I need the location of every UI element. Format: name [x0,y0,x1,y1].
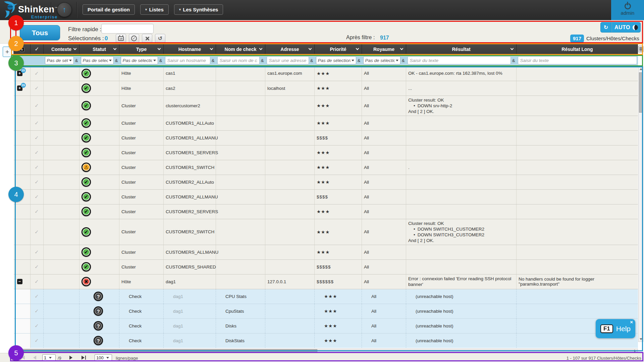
horizontal-scroll-thumb[interactable] [20,349,317,353]
cell-select[interactable] [31,145,44,160]
row-check-icon[interactable] [35,149,39,155]
cell-select[interactable] [31,219,44,245]
table-row[interactable]: ClusterCUSTOMER2_ALLAuto★★★All [14,175,638,189]
row-check-icon[interactable] [35,164,39,170]
row-check-icon[interactable] [35,249,39,255]
expand-all-icon[interactable] [20,47,24,52]
vertical-scroll-thumb[interactable] [639,72,643,113]
page-select[interactable]: 1 [42,354,56,361]
cell-select[interactable] [31,289,44,304]
cell-select[interactable] [31,96,44,116]
horizontal-scrollbar[interactable] [15,349,638,353]
sort-chevron-icon[interactable] [511,47,514,50]
col-header-check[interactable] [31,44,44,55]
table-row[interactable]: Checkdag1DiskStats★★★All(unreachable hos… [14,333,638,348]
cell-select[interactable] [31,81,44,96]
tous-button[interactable]: Tous [20,25,60,40]
row-check-icon[interactable] [35,103,39,108]
scroll-up-arrow-icon[interactable] [640,68,642,70]
cell-select[interactable] [31,245,44,259]
cell-select[interactable] [31,204,44,219]
filter-input-adresse[interactable] [267,56,309,64]
filter-select-statut[interactable]: Pas de sélection [81,56,114,64]
row-check-icon[interactable] [35,229,39,235]
sort-chevron-icon[interactable] [158,47,161,50]
table-row[interactable]: Checkdag1CpuStats★★★All(unreachable host… [14,304,638,318]
table-row[interactable]: Clusterclustercustomer2★★★AllCluster res… [14,96,638,116]
row-check-icon[interactable] [35,279,39,284]
cell-select[interactable] [31,259,44,274]
col-header-hostname[interactable]: Hostname [164,44,216,55]
table-row[interactable]: ClusterCUSTOMER1_SWITCH★★★All. [14,160,638,175]
cell-select[interactable] [31,318,44,333]
table-row[interactable]: ClusterCUSTOMER1_ALLMANU$$$$All [14,130,638,145]
table-row[interactable]: ClusterCUSTOMER1_SERVERS★★★All [14,145,638,160]
cell-select[interactable] [31,189,44,204]
cell-select[interactable] [31,274,44,289]
filter-select-priorite[interactable]: Pas de sélection [316,56,356,64]
row-check-icon[interactable] [35,293,39,299]
reset-button[interactable] [155,34,165,43]
admin-menu-button[interactable]: admin [611,0,644,20]
cell-select[interactable] [31,130,44,145]
row-check-icon[interactable] [35,323,39,328]
filter-input-check_name[interactable] [217,56,260,64]
row-check-icon[interactable] [35,208,39,214]
col-header-adresse[interactable]: Adresse [265,44,315,55]
collapse-row-icon[interactable]: − [17,279,22,284]
cell-select[interactable] [31,333,44,348]
col-header-statut[interactable]: Statut [79,44,119,55]
next-page-button[interactable] [66,354,76,361]
close-icon[interactable]: × [630,319,633,325]
nav-listes[interactable]: ▾Listes [140,4,169,15]
filter-input-resultat_long[interactable] [518,56,637,64]
filter-input-hostname[interactable] [165,56,210,64]
row-check-icon[interactable] [35,120,39,126]
scroll-top-button[interactable] [57,2,72,17]
nav-les-syntheses[interactable]: ▾Les Synthèses [174,4,223,15]
table-row[interactable]: +15Hôtecas1cas1.europe.com★★★AllOK - cas… [14,66,638,81]
sort-chevron-icon[interactable] [309,47,312,50]
scroll-right-arrow-icon[interactable] [634,350,636,352]
cell-select[interactable] [31,116,44,130]
select-all-icon[interactable] [35,47,39,52]
row-check-icon[interactable] [35,308,39,314]
sort-chevron-icon[interactable] [73,47,77,50]
help-widget[interactable]: F1 Help × [596,319,635,338]
sort-chevron-icon[interactable] [210,47,213,50]
nav-portail-de-gestion[interactable]: Portail de gestion [83,4,135,15]
cell-select[interactable] [31,175,44,189]
last-page-button[interactable] [78,354,89,361]
table-row[interactable]: Checkdag1Disks★★★All(unreachable host) [14,318,638,333]
sort-chevron-icon[interactable] [356,47,359,50]
tools-button[interactable] [142,34,152,43]
cell-select[interactable] [31,160,44,175]
col-header-priorite[interactable]: Priorité [315,44,362,55]
per-page-select[interactable]: 100 [95,354,112,361]
col-header-contexte[interactable]: Contexte [44,44,79,55]
table-row[interactable]: Checkdag1CPU Stats★★★All(unreachable hos… [14,289,638,304]
col-header-royaume[interactable]: Royaume [362,44,406,55]
row-check-icon[interactable] [35,85,39,91]
row-check-icon[interactable] [35,338,39,343]
sort-chevron-icon[interactable] [259,47,263,50]
filter-input-resultat[interactable] [408,56,511,64]
filter-select-type[interactable]: Pas de sélection [121,56,158,64]
add-tab-button[interactable]: + [3,47,12,57]
filter-select-royaume[interactable]: Pas de sélection [363,56,400,64]
col-header-resultat[interactable]: Résultat [406,44,517,55]
table-row[interactable]: ClusterCUSTOMER2_SERVERS★★★All [14,204,638,219]
prev-page-button[interactable] [30,354,40,361]
row-check-icon[interactable] [35,264,39,269]
quick-filter-input[interactable] [101,24,154,34]
table-row[interactable]: ClusterCUSTOMERS_ALLMANU★★★All [14,245,638,259]
column-menu-icon[interactable] [638,46,643,53]
schedule-button[interactable]: 15 [116,34,126,43]
table-row[interactable]: ClusterCUSTOMER2_ALLMANU$$$$All [14,189,638,204]
acknowledge-button[interactable] [129,34,139,43]
scroll-down-arrow-icon[interactable] [640,338,642,340]
first-page-button[interactable] [17,354,28,361]
row-check-icon[interactable] [35,194,39,199]
cell-select[interactable] [31,66,44,81]
cell-select[interactable] [31,304,44,318]
